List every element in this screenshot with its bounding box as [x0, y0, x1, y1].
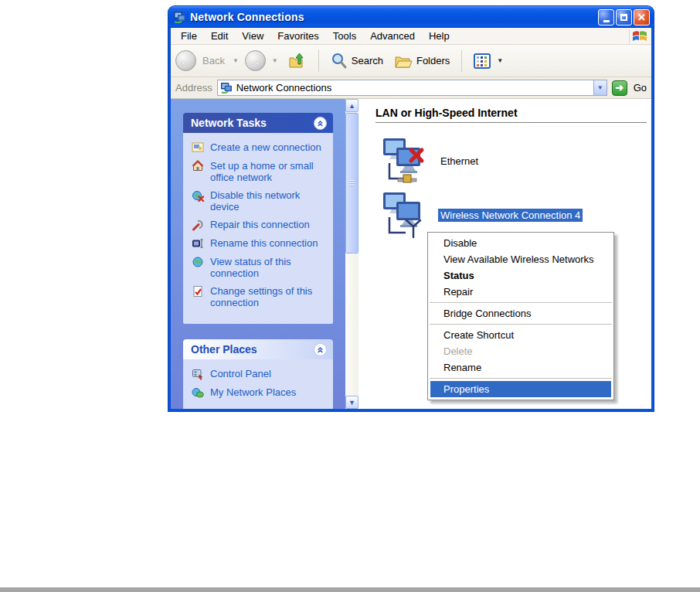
go-label: Go: [634, 82, 647, 94]
minimize-button[interactable]: [598, 9, 614, 26]
folders-label: Folders: [416, 55, 450, 66]
menu-separator: [428, 376, 613, 381]
menu-tools[interactable]: Tools: [326, 29, 363, 43]
forward-button[interactable]: →: [245, 50, 266, 71]
other-places-panel: Other Places: [183, 339, 333, 409]
home-network-icon: [191, 160, 205, 172]
task-rename-connection[interactable]: Rename this connection: [191, 237, 328, 250]
task-label: Create a new connection: [210, 141, 321, 153]
change-settings-icon: [191, 285, 205, 298]
address-dropdown-button[interactable]: ▼: [593, 80, 607, 95]
ethernet-connection-item[interactable]: Ethernet: [379, 135, 651, 186]
network-tasks-title: Network Tasks: [191, 117, 267, 129]
chevron-down-icon: ▼: [597, 84, 603, 91]
task-change-settings[interactable]: Change settings of this connection: [191, 285, 328, 308]
task-label: Change settings of this connection: [210, 285, 328, 308]
menu-item-rename[interactable]: Rename: [428, 359, 613, 376]
task-view-status[interactable]: View status of this connection: [191, 256, 328, 279]
network-connections-icon: [173, 11, 186, 23]
chevron-up-icon: ▲: [348, 102, 355, 110]
scroll-down-button[interactable]: ▼: [345, 396, 358, 409]
scroll-up-button[interactable]: ▲: [345, 99, 358, 112]
network-tasks-panel: Network Tasks: [183, 113, 333, 324]
page-bottom-divider: [0, 587, 700, 592]
other-places-title: Other Places: [191, 343, 257, 356]
task-create-new-connection[interactable]: Create a new connection: [191, 141, 328, 154]
menu-item-create-shortcut[interactable]: Create Shortcut: [428, 327, 613, 343]
menu-item-repair[interactable]: Repair: [428, 284, 613, 300]
search-icon: [331, 53, 348, 70]
menu-bar: File Edit View Favorites Tools Advanced …: [171, 28, 651, 45]
toolbar: ← Back ▼ → ▼ Search: [171, 45, 651, 77]
collapse-chevron-icon[interactable]: [314, 117, 327, 130]
chevron-down-icon: ▼: [348, 399, 355, 407]
back-dropdown-icon[interactable]: ▼: [233, 57, 239, 64]
address-label: Address: [175, 82, 212, 94]
views-dropdown-icon: ▼: [497, 57, 503, 64]
scrollbar-track[interactable]: [345, 254, 358, 396]
collapse-chevron-icon[interactable]: [314, 343, 327, 356]
folders-button[interactable]: Folders: [390, 50, 454, 72]
network-tasks-header[interactable]: Network Tasks: [183, 113, 333, 133]
back-button[interactable]: ←: [175, 50, 196, 71]
menu-file[interactable]: File: [174, 29, 204, 43]
address-bar: Address Network Connections ▼ ➜ Go: [171, 77, 651, 99]
menu-advanced[interactable]: Advanced: [363, 29, 422, 43]
link-control-panel[interactable]: Control Panel: [191, 368, 328, 380]
maximize-icon: [620, 14, 627, 21]
back-label: Back: [202, 55, 225, 66]
link-my-network-places[interactable]: My Network Places: [191, 386, 328, 399]
address-input[interactable]: Network Connections ▼: [217, 80, 607, 96]
title-bar[interactable]: Network Connections ✕: [168, 6, 654, 28]
other-places-header[interactable]: Other Places: [183, 339, 333, 359]
menu-favorites[interactable]: Favorites: [270, 29, 325, 43]
toolbar-separator: [461, 50, 462, 72]
link-label: My Network Places: [210, 386, 296, 398]
task-label: Set up a home or small office network: [210, 160, 328, 183]
connection-label[interactable]: Ethernet: [438, 155, 481, 168]
close-button[interactable]: ✕: [634, 9, 650, 26]
rename-icon: [191, 237, 205, 250]
menu-item-bridge-connections[interactable]: Bridge Connections: [428, 305, 613, 322]
menu-item-properties[interactable]: Properties: [430, 381, 611, 397]
folders-icon: [394, 53, 413, 70]
vertical-scrollbar[interactable]: ▲ ▼: [345, 99, 358, 409]
task-setup-home-network[interactable]: Set up a home or small office network: [191, 160, 328, 183]
menu-item-disable[interactable]: Disable: [428, 235, 613, 251]
address-value: Network Connections: [236, 82, 590, 94]
wireless-connection-icon: [379, 189, 429, 240]
link-label: Control Panel: [210, 368, 271, 379]
menu-item-status[interactable]: Status: [428, 267, 613, 284]
menu-edit[interactable]: Edit: [204, 29, 235, 43]
network-connections-window: Network Connections ✕ File Edit View Fav…: [168, 6, 654, 411]
connection-label-selected[interactable]: Wireless Network Connection 4: [438, 209, 583, 222]
scrollbar-thumb[interactable]: [345, 113, 358, 253]
menu-help[interactable]: Help: [422, 29, 457, 43]
toolbar-separator: [318, 50, 319, 72]
views-icon: [474, 53, 491, 69]
context-menu: Disable View Available Wireless Networks…: [427, 232, 614, 400]
up-button[interactable]: [284, 49, 311, 73]
window-title: Network Connections: [190, 11, 594, 23]
menu-item-view-wireless-networks[interactable]: View Available Wireless Networks: [428, 251, 613, 267]
menu-item-delete: Delete: [428, 343, 613, 359]
other-places-body: Control Panel My Network Places: [183, 359, 333, 409]
forward-arrow-icon: →: [250, 54, 261, 67]
go-button[interactable]: ➜: [612, 80, 627, 96]
control-panel-icon: [191, 368, 205, 380]
ethernet-connection-icon: [379, 135, 429, 186]
menu-view[interactable]: View: [235, 29, 270, 43]
network-tasks-body: Create a new connection Set up a home or…: [183, 133, 333, 324]
up-folder-icon: [288, 52, 307, 70]
task-disable-device[interactable]: Disable this network device: [191, 189, 328, 213]
minimize-icon: [603, 20, 610, 22]
task-label: Disable this network device: [210, 189, 328, 213]
task-repair-connection[interactable]: Repair this connection: [191, 219, 328, 231]
views-button[interactable]: ▼: [470, 51, 507, 71]
group-header: LAN or High-Speed Internet: [375, 107, 647, 123]
disable-device-icon: [191, 189, 205, 202]
search-button[interactable]: Search: [327, 50, 387, 72]
repair-icon: [191, 219, 205, 231]
forward-dropdown-icon[interactable]: ▼: [272, 57, 278, 64]
maximize-button[interactable]: [616, 9, 632, 26]
